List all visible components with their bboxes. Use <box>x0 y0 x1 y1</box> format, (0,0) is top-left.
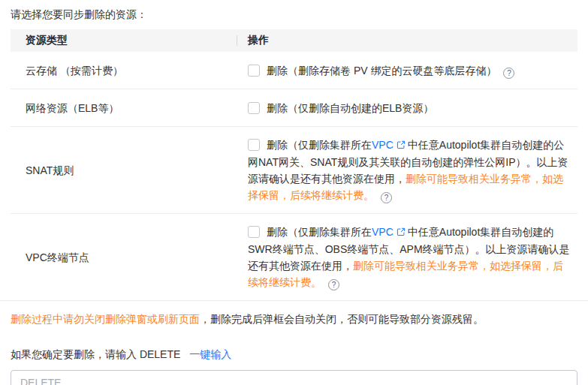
operation-text: 删除（删除存储卷 PV 绑定的云硬盘等底层存储） <box>267 65 496 77</box>
operation-text: 删除（仅删除集群所在 <box>267 139 372 151</box>
note-rest-text: ，删除完成后弹框会自动关闭，否则可能导致部分资源残留。 <box>200 313 484 325</box>
delete-storage-checkbox[interactable] <box>248 65 260 77</box>
table-row-network-resources: 网络资源（ELB等） 删除（仅删除自动创建的ELB资源） <box>11 89 577 127</box>
vpc-link[interactable]: VPC <box>372 139 394 151</box>
operation-cell: 删除（仅删除自动创建的ELB资源） <box>237 90 577 126</box>
table-row-cloud-storage: 云存储 （按需计费） 删除（删除存储卷 PV 绑定的云硬盘等底层存储）? <box>11 52 577 89</box>
delete-confirm-input[interactable] <box>11 370 577 385</box>
help-icon[interactable]: ? <box>381 192 392 203</box>
one-click-fill-link[interactable]: 一键输入 <box>189 348 231 360</box>
external-link-icon[interactable] <box>397 140 406 152</box>
resource-name: VPC终端节点 <box>11 250 237 265</box>
resource-name: 网络资源（ELB等） <box>11 101 237 116</box>
intro-text: 请选择您要同步删除的资源： <box>0 0 588 29</box>
header-operation: 操作 <box>237 34 577 47</box>
help-icon[interactable]: ? <box>328 279 339 290</box>
confirm-prompt: 如果您确定要删除，请输入 DELETE一键输入 <box>11 347 577 362</box>
operation-cell: 删除（仅删除集群所在VPC中任意Autopilot集群自动创建的公网NAT网关、… <box>237 127 577 213</box>
resource-name: 云存储 （按需计费） <box>11 63 237 78</box>
help-icon[interactable]: ? <box>503 68 514 79</box>
delete-vpcep-checkbox[interactable] <box>248 226 260 238</box>
delete-elb-checkbox[interactable] <box>248 102 260 114</box>
deletion-note: 删除过程中请勿关闭删除弹窗或刷新页面，删除完成后弹框会自动关闭，否则可能导致部分… <box>11 311 577 326</box>
operation-text: 删除（仅删除集群所在 <box>267 226 372 238</box>
table-row-vpc-endpoints: VPC终端节点 删除（仅删除集群所在VPC中任意Autopilot集群自动创建的… <box>11 214 577 300</box>
header-resource-type: 资源类型 <box>11 34 237 47</box>
table-bottom-divider <box>0 300 588 301</box>
table-row-snat-rules: SNAT规则 删除（仅删除集群所在VPC中任意Autopilot集群自动创建的公… <box>11 127 577 214</box>
header-operation-label: 操作 <box>248 34 269 46</box>
confirm-prompt-text: 如果您确定要删除，请输入 DELETE <box>11 348 180 360</box>
operation-cell: 删除（删除存储卷 PV 绑定的云硬盘等底层存储）? <box>237 53 577 89</box>
operation-cell: 删除（仅删除集群所在VPC中任意Autopilot集群自动创建的SWR终端节点、… <box>237 214 577 300</box>
note-warning-text: 删除过程中请勿关闭删除弹窗或刷新页面 <box>11 313 200 325</box>
external-link-icon[interactable] <box>397 227 406 239</box>
delete-snat-checkbox[interactable] <box>248 139 260 151</box>
operation-text: 删除（仅删除自动创建的ELB资源） <box>267 102 433 114</box>
resource-name: SNAT规则 <box>11 163 237 178</box>
table-header: 资源类型 操作 <box>11 29 577 52</box>
column-divider <box>237 35 237 46</box>
resource-table: 资源类型 操作 云存储 （按需计费） 删除（删除存储卷 PV 绑定的云硬盘等底层… <box>11 29 577 300</box>
vpc-link[interactable]: VPC <box>372 226 394 238</box>
